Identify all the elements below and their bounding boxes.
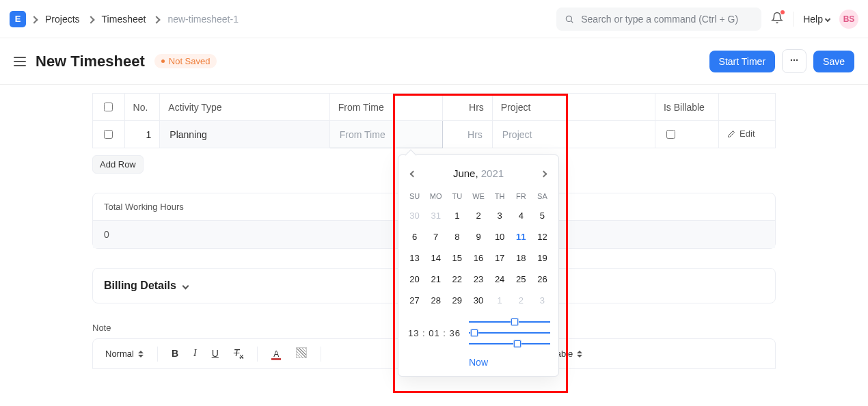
calendar-day[interactable]: 21 [425,269,446,289]
calendar-day[interactable]: 2 [467,206,489,226]
calendar-day[interactable]: 24 [489,269,511,289]
user-avatar[interactable]: BS [839,10,858,29]
start-timer-button[interactable]: Start Timer [709,51,775,72]
prev-month-button[interactable] [408,165,418,181]
day-of-week-label: SU [404,188,425,204]
calendar-day[interactable]: 17 [489,248,511,268]
calendar-day[interactable]: 18 [511,248,532,268]
sidebar-toggle[interactable] [14,57,26,66]
calendar-day[interactable]: 23 [467,269,489,289]
search-input[interactable] [580,13,753,25]
header-no: No. [124,94,160,121]
calendar-day[interactable]: 25 [511,269,532,289]
svg-point-0 [567,16,572,21]
calendar-day[interactable]: 28 [425,290,446,310]
menu-button[interactable] [782,49,806,73]
calendar-day[interactable]: 3 [489,206,511,226]
calendar-day[interactable]: 27 [404,290,425,310]
header-hrs: Hrs [443,94,492,121]
underline-button[interactable]: U [208,345,223,362]
breadcrumb-projects[interactable]: Projects [42,11,83,27]
chevron-right-icon [154,14,159,25]
day-of-week-label: MO [425,188,446,204]
calendar-day[interactable]: 7 [425,227,446,247]
now-button[interactable]: Now [469,357,488,368]
calendar-day[interactable]: 19 [532,248,553,268]
table-row: 1 Edit [93,121,776,148]
next-month-button[interactable] [539,165,549,181]
calendar-day[interactable]: 20 [404,269,425,289]
activity-type-input[interactable] [168,128,321,141]
calendar-day[interactable]: 1 [446,206,467,226]
month-year-label[interactable]: June, 2021 [453,167,504,179]
calendar-day[interactable]: 22 [446,269,467,289]
page-title: New Timesheet [36,53,145,70]
header-actions [719,94,776,121]
select-caret-icon [577,351,582,357]
help-menu[interactable]: Help [803,14,830,25]
header-project: Project [492,94,655,121]
select-caret-icon [138,351,144,357]
hrs-input[interactable] [451,128,483,141]
calendar-day[interactable]: 1 [489,290,511,310]
calendar-day[interactable]: 8 [446,227,467,247]
row-no: 1 [124,121,160,148]
chevron-down-icon [182,282,189,289]
row-checkbox[interactable] [104,130,113,139]
calendar-day[interactable]: 30 [404,206,425,226]
global-search[interactable] [556,8,761,31]
svg-point-2 [791,59,792,61]
dots-icon [789,55,799,65]
datetime-picker: June, 2021 SUMOTUWETHFRSA303112345678910… [398,154,559,377]
brand-icon[interactable]: E [10,11,26,27]
calendar-day[interactable]: 15 [446,248,467,268]
notifications-button[interactable] [771,12,783,26]
edit-row-button[interactable]: Edit [727,128,755,139]
svg-line-1 [571,21,573,23]
header-billable: Is Billable [655,94,718,121]
calendar-day[interactable]: 14 [425,248,446,268]
paragraph-style-select[interactable]: Normal [101,346,148,362]
notification-dot [781,10,785,14]
calendar-day[interactable]: 26 [532,269,553,289]
chevron-down-icon [825,16,830,21]
calendar-day[interactable]: 29 [446,290,467,310]
italic-button[interactable]: I [189,345,201,362]
save-button[interactable]: Save [813,51,854,72]
add-row-button[interactable]: Add Row [92,155,144,174]
calendar-day[interactable]: 5 [532,206,553,226]
breadcrumb-timesheet[interactable]: Timesheet [99,11,149,27]
status-badge: Not Saved [154,54,217,68]
minute-slider[interactable] [469,332,550,334]
calendar-day[interactable]: 2 [511,290,532,310]
calendar-day[interactable]: 31 [425,206,446,226]
from-time-input[interactable] [338,128,435,141]
calendar-day[interactable]: 3 [532,290,553,310]
bold-button[interactable]: B [167,345,182,362]
calendar-day[interactable]: 13 [404,248,425,268]
highlight-button[interactable] [292,344,311,363]
calendar-day[interactable]: 10 [489,227,511,247]
calendar-day[interactable]: 11 [511,227,532,247]
calendar-day[interactable]: 4 [511,206,532,226]
hour-slider[interactable] [469,321,550,323]
calendar-day[interactable]: 6 [404,227,425,247]
clear-format-button[interactable]: Tx [230,344,247,363]
font-color-button[interactable]: A [267,345,285,363]
second-slider[interactable] [469,343,550,344]
breadcrumb-current: new-timesheet-1 [165,11,241,27]
pencil-icon [727,130,735,138]
billing-title: Billing Details [104,280,176,292]
day-of-week-label: FR [511,188,532,204]
project-input[interactable] [501,128,647,141]
billable-checkbox[interactable] [666,130,675,139]
header-activity: Activity Type [160,94,329,121]
day-of-week-label: TU [446,188,467,204]
select-all-checkbox[interactable] [104,103,113,111]
calendar-day[interactable]: 9 [467,227,489,247]
calendar-day[interactable]: 16 [467,248,489,268]
calendar-day[interactable]: 12 [532,227,553,247]
day-of-week-label: TH [489,188,511,204]
calendar-day[interactable]: 30 [467,290,489,310]
svg-point-4 [796,59,798,61]
